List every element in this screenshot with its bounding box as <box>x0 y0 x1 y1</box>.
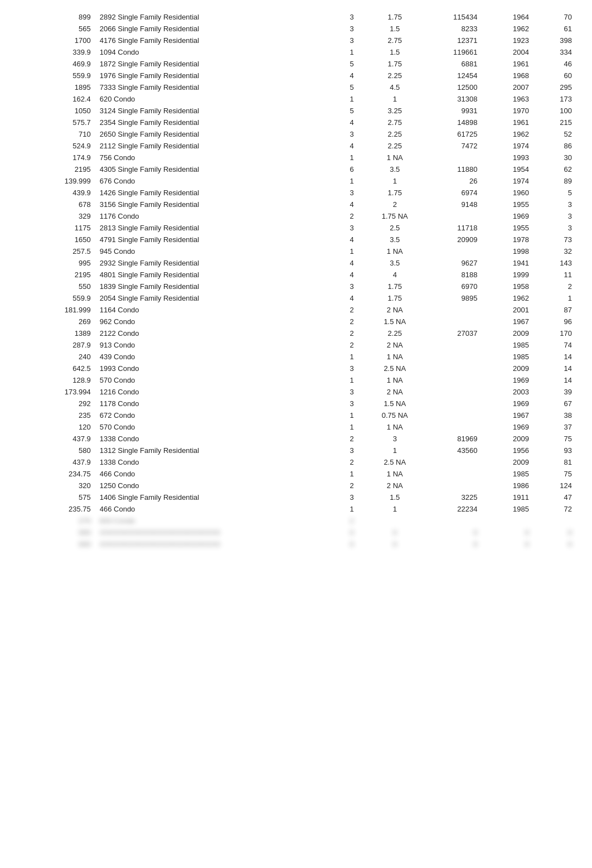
table-row: 11752813 Single Family Residential32.511… <box>17 222 575 234</box>
table-row: 269962 Condo21.5 NA196796 <box>17 316 575 327</box>
table-row: 642.51993 Condo32.5 NA200914 <box>17 363 575 374</box>
table-row: 3291176 Condo21.75 NA19693 <box>17 210 575 222</box>
table-row: 162.4620 Condo11313081963173 <box>17 93 575 105</box>
table-row: 437.91338 Condo2381969200975 <box>17 433 575 445</box>
table-row: 575.72354 Single Family Residential42.75… <box>17 117 575 128</box>
table-row: 240439 Condo11 NA198514 <box>17 351 575 363</box>
table-row: 10503124 Single Family Residential53.259… <box>17 105 575 117</box>
table-row: 6783156 Single Family Residential4291481… <box>17 199 575 210</box>
table-row-blurred: 000XXXXXXXXXXXXXXXXXXXXXXXXX00000 <box>17 538 575 550</box>
table-row: 3201250 Condo22 NA1986124 <box>17 480 575 491</box>
table-row: 559.92054 Single Family Residential41.75… <box>17 292 575 304</box>
table-row: 524.92112 Single Family Residential42.25… <box>17 140 575 152</box>
table-row: 9952932 Single Family Residential43.5962… <box>17 257 575 269</box>
table-row: 21954801 Single Family Residential448188… <box>17 269 575 281</box>
table-row: 257.5945 Condo11 NA199832 <box>17 245 575 257</box>
table-row: 21954305 Single Family Residential63.511… <box>17 163 575 175</box>
table-row: 8992892 Single Family Residential31.7511… <box>17 11 575 23</box>
table-row: 270833 Condo2 <box>17 515 575 527</box>
table-row: 13892122 Condo22.25270372009170 <box>17 327 575 339</box>
table-row: 7102650 Single Family Residential32.2561… <box>17 128 575 140</box>
table-row: 235.75466 Condo1122234198572 <box>17 503 575 515</box>
table-row: 17004176 Single Family Residential32.751… <box>17 35 575 46</box>
table-row: 437.91338 Condo22.5 NA200981 <box>17 456 575 468</box>
table-row: 339.91094 Condo11.51196612004334 <box>17 46 575 58</box>
table-row: 18957333 Single Family Residential54.512… <box>17 81 575 93</box>
table-row: 5751406 Single Family Residential31.5322… <box>17 491 575 503</box>
table-row: 234.75466 Condo11 NA198575 <box>17 468 575 480</box>
table-row: 439.91426 Single Family Residential31.75… <box>17 187 575 199</box>
table-row-blurred: 000XXXXXXXXXXXXXXXXXXXXXXXXX00000 <box>17 527 575 538</box>
table-row: 235672 Condo10.75 NA196738 <box>17 409 575 421</box>
table-row: 287.9913 Condo22 NA198574 <box>17 339 575 351</box>
table-row: 16504791 Single Family Residential43.520… <box>17 234 575 245</box>
table-row: 173.9941216 Condo32 NA200339 <box>17 386 575 398</box>
table-row: 174.9756 Condo11 NA199330 <box>17 152 575 163</box>
property-table: 8992892 Single Family Residential31.7511… <box>17 11 575 550</box>
table-row: 139.999676 Condo1126197489 <box>17 175 575 187</box>
table-row: 469.91872 Single Family Residential51.75… <box>17 58 575 70</box>
table-row: 5501839 Single Family Residential31.7569… <box>17 281 575 292</box>
table-row: 2921178 Condo31.5 NA196967 <box>17 398 575 409</box>
table-row: 181.9991164 Condo22 NA200187 <box>17 304 575 316</box>
table-row: 128.9570 Condo11 NA196914 <box>17 374 575 386</box>
table-row: 120570 Condo11 NA196937 <box>17 421 575 433</box>
table-row: 559.91976 Single Family Residential42.25… <box>17 70 575 81</box>
table-row: 5652066 Single Family Residential31.5823… <box>17 23 575 35</box>
table-row: 5801312 Single Family Residential3143560… <box>17 445 575 456</box>
